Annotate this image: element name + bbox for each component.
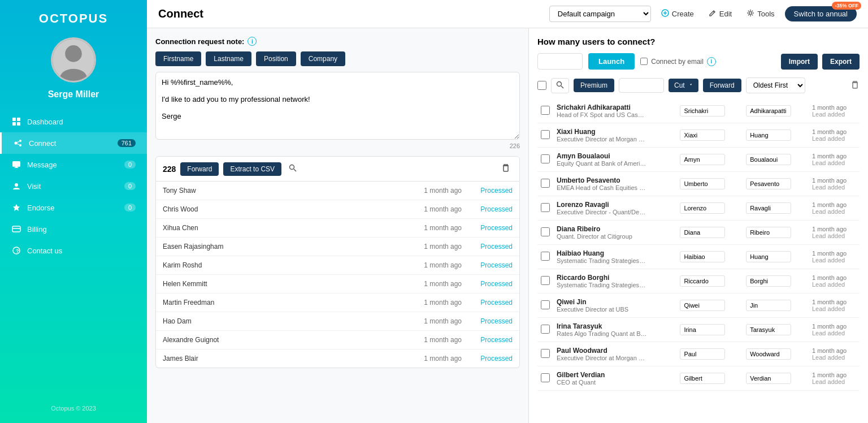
filter-text-input[interactable] [619,78,664,93]
sidebar-item-contact-us[interactable]: ? Contact us [0,240,147,261]
sort-select[interactable]: Oldest First Newest First [746,77,805,93]
lead-lastname-input[interactable] [746,202,791,214]
lead-lastname-input[interactable] [746,178,791,189]
forward-queue-button[interactable]: Forward [180,162,219,176]
create-button[interactable]: Create [657,6,698,21]
lead-firstname-input[interactable] [680,202,725,214]
lead-checkbox[interactable] [541,349,550,358]
company-tag-button[interactable]: Company [301,51,345,66]
svg-point-22 [749,12,752,15]
lead-firstname-input[interactable] [680,275,725,287]
lead-status: Lead added [812,330,856,336]
launch-button[interactable]: Launch [588,53,635,70]
leads-row: Umberto Pesavento EMEA Head of Cash Equi… [537,172,860,196]
lead-firstname-input[interactable] [680,373,725,384]
lead-status: Lead added [812,354,856,361]
visit-icon [11,181,21,191]
campaign-select[interactable]: Default campaign [549,6,651,22]
sidebar: OCTOPUS Serge Miller Dashboard Connect 7… [0,0,147,423]
firstname-tag-button[interactable]: Firstname [155,51,201,66]
svg-point-8 [19,140,21,142]
lead-checkbox[interactable] [541,154,550,163]
lead-lastname-input[interactable] [746,373,791,384]
export-button[interactable]: Export [822,54,860,70]
import-button[interactable]: Import [781,54,818,70]
tag-buttons: Firstname Lastname Position Company [155,51,520,66]
lead-time: 1 month ago [812,372,856,378]
lead-lastname-input[interactable] [746,324,791,335]
lead-firstname-input[interactable] [680,178,725,189]
premium-filter-button[interactable]: Premium [574,79,614,92]
sidebar-item-label: Visit [27,182,41,191]
lead-firstname-input[interactable] [680,324,725,335]
sidebar-item-dashboard[interactable]: Dashboard [0,111,147,132]
connection-note-label: Connection request note: i [155,37,520,46]
lead-firstname-input[interactable] [680,105,725,116]
switch-to-annual-button[interactable]: -35% OFF Switch to annual [785,6,857,21]
sidebar-item-visit[interactable]: Visit 0 [0,175,147,197]
lead-checkbox[interactable] [541,130,550,139]
lead-status: Lead added [812,159,856,166]
lead-checkbox[interactable] [541,252,550,261]
lead-firstname-input[interactable] [680,227,725,238]
cut-button[interactable]: Cut [669,79,698,92]
lead-lastname-input[interactable] [746,275,791,287]
lead-lastname-input[interactable] [746,251,791,262]
lastname-tag-button[interactable]: Lastname [206,51,251,66]
lead-status: Lead added [812,111,856,118]
lead-firstname-input[interactable] [680,154,725,165]
lead-checkbox[interactable] [541,203,550,212]
lead-lastname-input[interactable] [746,154,791,165]
svg-rect-5 [12,122,16,126]
lead-lastname-input[interactable] [746,130,791,141]
lead-name: Gilbert Verdian [557,371,673,379]
app-logo: OCTOPUS [39,11,108,26]
connect-by-email-checkbox[interactable] [640,58,648,65]
lead-checkbox[interactable] [541,179,550,188]
lead-title: Systematic Trading Strategies at G... [557,282,647,288]
lead-firstname-input[interactable] [680,300,725,311]
lead-firstname-input[interactable] [680,251,725,262]
queue-search-button[interactable] [286,161,300,176]
message-icon [11,159,21,170]
main-content: Connect Default campaign Create Edit Too… [147,0,868,423]
lead-firstname-input[interactable] [680,348,725,360]
lead-checkbox[interactable] [541,300,550,309]
leads-search-button[interactable] [551,78,569,93]
lead-name: Irina Tarasyuk [557,322,673,330]
plus-circle-icon [661,9,669,19]
lead-checkbox[interactable] [541,373,550,382]
extract-csv-button[interactable]: Extract to CSV [223,162,281,176]
lead-lastname-input[interactable] [746,105,791,116]
lead-title: Head of FX Spot and US Cash Equ... [557,111,647,118]
sidebar-item-message[interactable]: Message 0 [0,154,147,175]
leads-trash-button[interactable] [850,80,860,91]
forward-leads-button[interactable]: Forward [703,79,741,92]
edit-button[interactable]: Edit [704,6,736,21]
lead-firstname-input[interactable] [680,130,725,141]
message-textarea[interactable]: Hi %%first_name%%, I'd like to add you t… [155,72,520,140]
leads-row: Srichakri Adhikarapatti Head of FX Spot … [537,99,860,123]
sidebar-item-billing[interactable]: Billing [0,218,147,240]
svg-rect-12 [12,161,20,167]
lead-name: Diana Ribeiro [557,225,673,233]
connect-count-input[interactable] [537,53,583,70]
topbar: Connect Default campaign Create Edit Too… [147,0,868,28]
lead-checkbox[interactable] [541,276,550,285]
sidebar-item-connect[interactable]: Connect 761 [0,132,147,154]
select-all-checkbox[interactable] [537,81,546,90]
position-tag-button[interactable]: Position [256,51,296,66]
sidebar-item-endorse[interactable]: Endorse 0 [0,197,147,218]
lead-lastname-input[interactable] [746,227,791,238]
lead-time: 1 month ago [812,201,856,208]
lead-checkbox[interactable] [541,106,550,115]
lead-checkbox[interactable] [541,325,550,334]
queue-delete-button[interactable] [499,161,513,176]
lead-checkbox[interactable] [541,227,550,236]
svg-rect-3 [12,118,16,121]
tools-button[interactable]: Tools [742,6,779,21]
lead-lastname-input[interactable] [746,300,791,311]
lead-lastname-input[interactable] [746,348,791,360]
filter-bar: Premium Cut Forward Oldest First Newest … [537,77,860,93]
leads-row: Amyn Boualaoui Equity Quant at Bank of A… [537,148,860,172]
